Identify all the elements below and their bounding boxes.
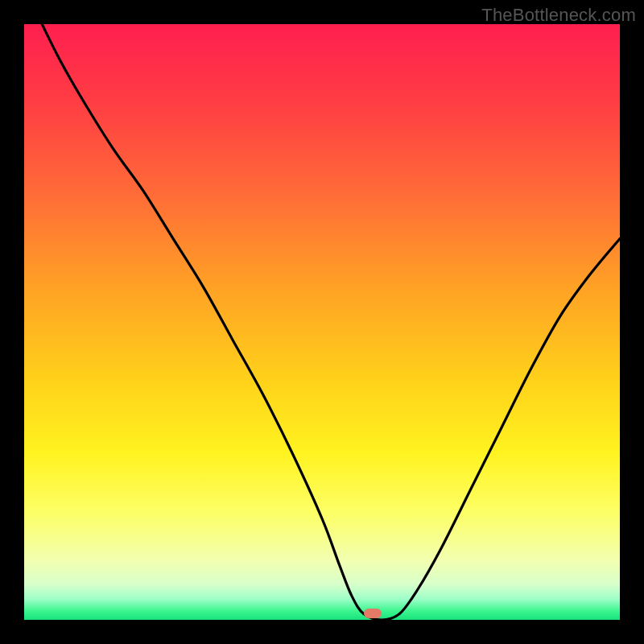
- optimum-marker: [364, 609, 382, 618]
- plot-area: [24, 24, 620, 620]
- watermark-text: TheBottleneck.com: [481, 5, 636, 26]
- chart-frame: TheBottleneck.com: [0, 0, 644, 644]
- bottleneck-curve: [24, 24, 620, 620]
